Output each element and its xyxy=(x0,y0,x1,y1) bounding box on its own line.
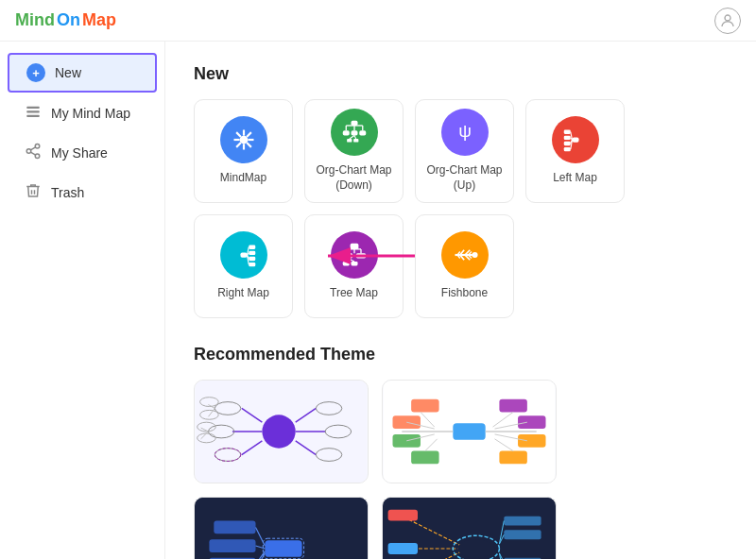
mindmap-label: MindMap xyxy=(220,171,266,186)
svg-line-7 xyxy=(30,152,35,155)
svg-rect-133 xyxy=(388,543,418,554)
svg-rect-43 xyxy=(249,257,255,261)
sidebar: + New My Mind Map My Share xyxy=(0,42,165,559)
sidebar-item-my-share[interactable]: My Share xyxy=(8,134,157,172)
right-map-label: Right Map xyxy=(217,286,269,301)
svg-rect-136 xyxy=(504,530,541,539)
svg-line-17 xyxy=(236,143,241,147)
svg-rect-44 xyxy=(249,263,255,266)
svg-rect-19 xyxy=(342,131,349,136)
tree-map-label: Tree Map xyxy=(330,286,378,301)
sidebar-item-new[interactable]: + New xyxy=(8,53,157,93)
svg-line-16 xyxy=(247,132,251,137)
svg-point-73 xyxy=(262,415,295,448)
template-card-left-map[interactable]: Left Map xyxy=(525,99,625,203)
theme-card-1[interactable] xyxy=(194,380,369,483)
svg-line-29 xyxy=(354,136,356,140)
svg-rect-107 xyxy=(499,399,526,413)
left-map-icon xyxy=(552,116,599,163)
org-chart-up-label: Org-Chart Map (Up) xyxy=(416,163,513,193)
arrow-annotation xyxy=(320,245,420,267)
svg-point-4 xyxy=(35,144,40,149)
svg-rect-32 xyxy=(563,130,570,134)
logo-mind: Mind xyxy=(15,10,55,30)
svg-line-8 xyxy=(30,147,35,150)
left-map-label: Left Map xyxy=(553,171,597,186)
svg-line-15 xyxy=(247,143,251,147)
svg-rect-119 xyxy=(209,539,255,552)
svg-rect-2 xyxy=(26,110,40,112)
svg-rect-98 xyxy=(411,399,438,413)
new-section-title: New xyxy=(194,64,728,84)
svg-rect-109 xyxy=(518,434,545,448)
svg-rect-1 xyxy=(26,107,40,109)
org-chart-up-icon: ψ xyxy=(441,109,489,156)
template-card-fishbone[interactable]: Fishbone xyxy=(415,214,514,318)
svg-text:ψ: ψ xyxy=(458,122,472,142)
svg-rect-33 xyxy=(563,136,570,140)
svg-line-14 xyxy=(236,132,241,137)
sidebar-item-my-mind-map-label: My Mind Map xyxy=(51,106,130,121)
svg-rect-118 xyxy=(214,521,255,534)
org-chart-down-icon xyxy=(331,109,378,156)
mindmap-icon xyxy=(220,116,267,163)
svg-rect-101 xyxy=(411,451,438,465)
fishbone-wrapper: Fishbone xyxy=(415,214,514,318)
template-card-mindmap[interactable]: MindMap xyxy=(194,99,293,203)
svg-rect-21 xyxy=(359,131,366,136)
svg-rect-41 xyxy=(249,246,255,249)
recommended-theme-title: Recommended Theme xyxy=(194,345,728,364)
svg-rect-18 xyxy=(351,121,357,126)
svg-rect-96 xyxy=(453,423,485,440)
header: MindOnMap xyxy=(0,0,756,42)
svg-rect-110 xyxy=(499,451,526,465)
svg-rect-3 xyxy=(26,115,40,117)
trash-icon xyxy=(25,182,42,203)
sidebar-item-trash[interactable]: Trash xyxy=(8,174,157,212)
sidebar-item-trash-label: Trash xyxy=(51,185,84,200)
sidebar-item-my-share-label: My Share xyxy=(51,145,108,161)
svg-rect-99 xyxy=(393,415,421,429)
logo-on: On xyxy=(57,10,80,30)
svg-rect-20 xyxy=(351,131,357,136)
svg-point-69 xyxy=(472,252,477,258)
org-chart-down-label: Org-Chart Map(Down) xyxy=(316,163,391,193)
svg-rect-35 xyxy=(563,147,570,151)
svg-rect-132 xyxy=(388,510,418,521)
logo: MindOnMap xyxy=(15,10,116,30)
svg-point-0 xyxy=(725,15,730,21)
mind-map-icon xyxy=(25,103,42,124)
svg-rect-34 xyxy=(563,142,570,145)
right-map-icon xyxy=(220,231,267,279)
sidebar-item-new-label: New xyxy=(55,65,81,80)
logo-map: Map xyxy=(82,10,116,30)
template-card-right-map[interactable]: Right Map xyxy=(194,214,293,318)
sidebar-item-my-mind-map[interactable]: My Mind Map xyxy=(8,94,157,132)
svg-rect-31 xyxy=(572,138,578,143)
theme-card-3[interactable] xyxy=(194,497,369,559)
avatar-icon[interactable] xyxy=(714,8,741,34)
svg-point-5 xyxy=(26,149,31,154)
svg-rect-42 xyxy=(249,251,255,255)
svg-rect-108 xyxy=(518,415,545,429)
theme-card-4[interactable] xyxy=(382,497,557,559)
svg-rect-135 xyxy=(504,517,541,526)
svg-point-6 xyxy=(35,154,40,159)
svg-rect-27 xyxy=(353,139,358,143)
template-card-org-chart-up[interactable]: ψ Org-Chart Map (Up) xyxy=(415,99,514,203)
svg-rect-26 xyxy=(347,139,352,143)
fishbone-label: Fishbone xyxy=(441,286,488,301)
content-area: New MindMap xyxy=(165,42,756,559)
template-card-org-chart-down[interactable]: Org-Chart Map(Down) xyxy=(304,99,404,203)
svg-point-131 xyxy=(457,539,494,558)
share-icon xyxy=(25,143,42,163)
fishbone-icon xyxy=(441,231,489,279)
template-grid: MindMap xyxy=(194,99,728,318)
svg-line-28 xyxy=(349,136,353,140)
theme-card-2[interactable] xyxy=(382,380,557,483)
svg-rect-40 xyxy=(240,253,247,258)
main-layout: + New My Mind Map My Share xyxy=(0,42,756,559)
svg-rect-100 xyxy=(393,434,421,448)
svg-rect-116 xyxy=(265,540,301,557)
theme-grid xyxy=(194,380,728,559)
